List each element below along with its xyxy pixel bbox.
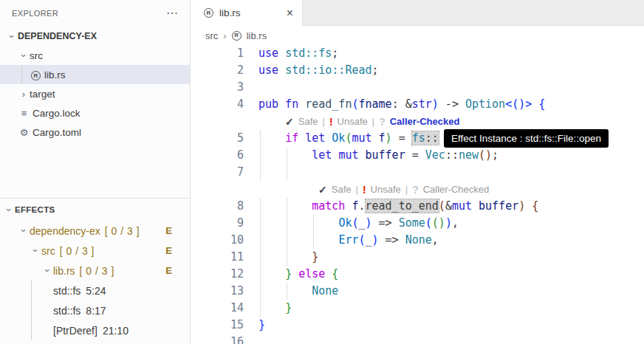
sidebar: EXPLORER ⋯ ›DEPENDENCY-EX›srcRlib.rs›tar… xyxy=(0,0,191,344)
effects-item-std-fs[interactable]: std::fs5:24 xyxy=(0,281,190,300)
rust-icon: R xyxy=(30,69,42,81)
code-line-10[interactable]: 10 Err(_) => None, xyxy=(191,232,644,249)
more-actions-icon[interactable]: ⋯ xyxy=(166,10,178,17)
effect-badge: E xyxy=(165,245,172,256)
file-label: Cargo.toml xyxy=(32,127,81,138)
explorer-item-dependency-ex[interactable]: ›DEPENDENCY-EX xyxy=(0,27,190,46)
line-number: 7 xyxy=(191,164,244,181)
chevron-down-icon[interactable]: › xyxy=(42,265,53,277)
explorer-item-cargo-lock[interactable]: ≡Cargo.lock xyxy=(0,103,190,123)
line-number: 2 xyxy=(191,62,244,79)
code-text[interactable]: if let Ok(mut f) = fs:: xyxy=(258,130,439,147)
breadcrumb-src[interactable]: src xyxy=(205,30,218,41)
breadcrumb-librs[interactable]: lib.rs xyxy=(247,30,267,41)
code-text[interactable]: Ok(_) => Some(()), xyxy=(258,215,459,232)
code-text[interactable]: } else { xyxy=(258,266,338,283)
line-number: 10 xyxy=(191,232,244,249)
effects-location: 8:17 xyxy=(86,305,106,317)
explorer-item-lib-rs[interactable]: Rlib.rs xyxy=(0,65,190,84)
rust-icon: R xyxy=(204,8,213,18)
chevron-down-icon[interactable]: › xyxy=(7,30,18,42)
code-line-2[interactable]: 2use std::io::Read; xyxy=(191,62,644,79)
tree-indent-guide xyxy=(21,65,22,84)
effects-item-std-fs[interactable]: std::fs8:17 xyxy=(0,300,190,320)
code-line-13[interactable]: 13 None xyxy=(191,283,644,300)
effect-highlight[interactable]: fs:: xyxy=(412,131,439,145)
code-line-7[interactable]: 7 xyxy=(191,164,644,181)
code-text[interactable]: Err(_) => None, xyxy=(258,232,439,249)
explorer-item-target[interactable]: ›target xyxy=(0,84,190,103)
code-line-16[interactable]: 16 xyxy=(191,334,644,344)
lens-unsafe[interactable]: Unsafe xyxy=(338,116,368,127)
code-line-11[interactable]: 11 } xyxy=(191,249,644,266)
line-number: 13 xyxy=(191,283,244,300)
effects-item-src[interactable]: ›src[ 0 / 3 ]E xyxy=(0,241,190,261)
chevron-down-icon[interactable]: › xyxy=(18,49,30,61)
code-line-15[interactable]: 15} xyxy=(191,317,644,334)
tree-indent-guide xyxy=(31,281,32,300)
file-label: src xyxy=(30,50,43,61)
explorer-tree: ›DEPENDENCY-EX›srcRlib.rs›target≡Cargo.l… xyxy=(0,27,190,142)
effects-label: std::fs xyxy=(53,305,80,317)
code-text[interactable]: } xyxy=(258,300,292,317)
code-line-4[interactable]: 4pub fn read_fn(fname: &str) -> Option<(… xyxy=(191,96,644,113)
code-text[interactable]: } xyxy=(258,249,318,266)
line-number: 9 xyxy=(191,215,244,232)
effect-highlight[interactable]: read_to_end xyxy=(366,199,439,213)
chevron-right-icon[interactable]: › xyxy=(18,89,30,100)
code-line-6[interactable]: 6 let mut buffer = Vec::new(); xyxy=(191,147,644,164)
code-text[interactable]: None xyxy=(258,283,338,300)
tab-label: lib.rs xyxy=(219,7,241,18)
code-line-8[interactable]: 8 match f.read_to_end(&mut buffer) { xyxy=(191,198,644,215)
lens-caller-checked[interactable]: Caller-Checked xyxy=(390,116,460,127)
lens-caller-checked[interactable]: Caller-Checked xyxy=(423,184,490,195)
lens-unsafe[interactable]: Unsafe xyxy=(371,184,401,195)
code-text[interactable]: use std::fs; xyxy=(258,45,338,62)
code-line-12[interactable]: 12 } else { xyxy=(191,266,644,283)
explorer-header: EXPLORER ⋯ xyxy=(0,0,190,27)
lens-safe[interactable]: Safe xyxy=(332,184,352,195)
vscode-window: EXPLORER ⋯ ›DEPENDENCY-EX›srcRlib.rs›tar… xyxy=(0,0,644,344)
code-line-9[interactable]: 9 Ok(_) => Some(()), xyxy=(191,215,644,232)
line-number: 14 xyxy=(191,300,244,317)
line-number: 3 xyxy=(191,79,244,96)
editor-group: R lib.rs × src › R lib.rs Effect Instanc… xyxy=(191,0,644,344)
effects-header[interactable]: › EFFECTS xyxy=(0,199,190,221)
tab-librs[interactable]: R lib.rs × xyxy=(191,0,303,26)
code-area: Effect Instance : std::fs::File::open 1u… xyxy=(191,45,644,344)
effects-label: [PtrDeref] xyxy=(53,325,97,337)
tree-indent-guide xyxy=(31,300,32,320)
effects-item--ptrderef-[interactable]: [PtrDeref]21:10 xyxy=(0,320,190,340)
effects-count: [ 0 / 3 ] xyxy=(60,245,95,257)
chevron-down-icon[interactable]: › xyxy=(18,225,30,237)
chevron-down-icon[interactable]: › xyxy=(4,204,15,216)
code-text[interactable]: pub fn read_fn(fname: &str) -> Option<()… xyxy=(258,96,545,113)
effect-lens[interactable]: ✓Safe|!Unsafe|?Caller-Checked xyxy=(191,181,644,198)
question-icon: ? xyxy=(412,184,419,196)
effect-lens[interactable]: ✓Safe|!Unsafe|?Caller-Checked xyxy=(191,113,644,130)
explorer-item-cargo-toml[interactable]: ⚙Cargo.toml xyxy=(0,123,190,142)
indent-guide xyxy=(287,249,287,266)
gear-icon: ⚙ xyxy=(18,127,30,138)
code-text[interactable]: } xyxy=(258,317,265,334)
lens-divider: | xyxy=(372,116,374,127)
effects-item-dependency-ex[interactable]: ›dependency-ex[ 0 / 3 ]E xyxy=(0,221,190,241)
code-text[interactable]: use std::io::Read; xyxy=(258,62,379,79)
effects-item-lib-rs[interactable]: ›lib.rs[ 0 / 3 ]E xyxy=(0,261,190,281)
code-line-1[interactable]: 1use std::fs; xyxy=(191,45,644,62)
close-icon[interactable]: × xyxy=(287,7,293,20)
tree-indent-guide xyxy=(31,320,32,340)
indent-guide xyxy=(287,232,287,249)
code-text[interactable]: match f.read_to_end(&mut buffer) { xyxy=(258,198,538,215)
code-line-14[interactable]: 14 } xyxy=(191,300,644,317)
lens-safe[interactable]: Safe xyxy=(298,116,318,127)
explorer-item-src[interactable]: ›src xyxy=(0,46,190,65)
file-label: target xyxy=(30,89,55,100)
line-number: 11 xyxy=(191,249,244,266)
effects-label: std::fs xyxy=(53,285,80,297)
code-text[interactable]: let mut buffer = Vec::new(); xyxy=(258,147,499,164)
indent-guide xyxy=(313,215,314,232)
code-line-3[interactable]: 3 xyxy=(191,79,644,96)
rust-icon: R xyxy=(232,31,242,41)
chevron-down-icon[interactable]: › xyxy=(30,245,41,257)
